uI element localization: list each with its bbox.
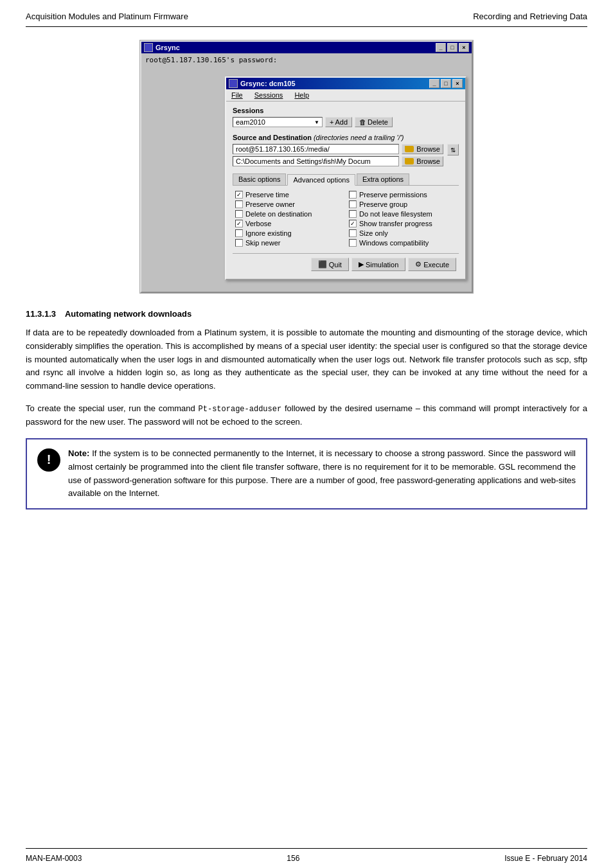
paragraph-2: To create the special user, run the comm… xyxy=(26,402,587,429)
dest-path-input[interactable]: C:\Documents and Settings\fish\My Docum xyxy=(233,156,399,166)
simulation-button[interactable]: ▶ Simulation xyxy=(351,258,405,271)
page-footer: MAN-EAM-0003 156 Issue E - February 2014 xyxy=(0,849,613,868)
path-rows-container: root@51.187.130.165:/media/ Browse C:\Do… xyxy=(233,144,459,168)
note-text-body: If the system is to be connected permane… xyxy=(68,448,576,498)
outer-title-area: Grsync xyxy=(144,43,180,52)
label-delete-destination: Delete on destination xyxy=(245,210,312,218)
checkbox-show-transfer-progress[interactable] xyxy=(349,220,357,227)
delete-label: Delete xyxy=(368,118,388,126)
note-box: ! Note: If the system is to be connected… xyxy=(26,438,587,509)
swap-button[interactable]: ⇅ xyxy=(447,144,459,155)
add-session-button[interactable]: + Add xyxy=(325,117,352,127)
outer-window-icon xyxy=(144,43,153,52)
dest-path-value: C:\Documents and Settings\fish\My Docum xyxy=(236,157,371,165)
outer-window: Grsync _ □ × root@51.187.130.165's passw… xyxy=(140,40,473,293)
inner-maximize-button[interactable]: □ xyxy=(441,79,451,88)
checkbox-verbose[interactable] xyxy=(235,220,243,227)
add-label: Add xyxy=(335,118,348,126)
sessions-label: Sessions xyxy=(233,107,459,114)
outer-maximize-button[interactable]: □ xyxy=(447,43,458,52)
footer-right: Issue E - February 2014 xyxy=(504,854,587,863)
screenshot-container: Grsync _ □ × root@51.187.130.165's passw… xyxy=(139,40,474,294)
menu-help[interactable]: Help xyxy=(292,91,312,100)
source-dest-title: Source and Destination xyxy=(233,134,312,141)
outer-bottom-padding xyxy=(141,285,472,292)
option-preserve-owner: Preserve owner xyxy=(235,200,342,208)
outer-minimize-button[interactable]: _ xyxy=(436,43,446,52)
source-dest-hint: (directories need a trailing '/') xyxy=(314,134,404,141)
execute-button[interactable]: ⚙ Execute xyxy=(408,258,456,271)
tab-extra-options[interactable]: Extra options xyxy=(357,173,409,185)
quit-label: Quit xyxy=(329,261,342,269)
options-grid: Preserve time Preserve permissions Prese… xyxy=(233,186,459,251)
dropdown-arrow-icon: ▼ xyxy=(314,120,319,125)
inner-window: Grsync: dcm105 _ □ × File Sessions Help … xyxy=(225,76,466,280)
path-inputs: root@51.187.130.165:/media/ Browse C:\Do… xyxy=(233,144,443,168)
note-icon: ! xyxy=(37,448,60,472)
source-browse-button[interactable]: Browse xyxy=(402,144,443,154)
tab-advanced-options[interactable]: Advanced options xyxy=(287,174,355,186)
label-show-transfer-progress: Show transfer progress xyxy=(359,220,432,227)
section-title: Automating network downloads xyxy=(65,309,191,319)
label-preserve-owner: Preserve owner xyxy=(245,200,295,208)
browse-label-2: Browse xyxy=(416,157,440,165)
tab-basic-options[interactable]: Basic options xyxy=(233,173,286,185)
checkbox-preserve-time[interactable] xyxy=(235,191,243,199)
session-value: eam2010 xyxy=(236,118,265,126)
option-verbose: Verbose xyxy=(235,220,342,227)
bottom-buttons: ⬛ Quit ▶ Simulation ⚙ Execute xyxy=(233,253,459,274)
label-verbose: Verbose xyxy=(245,220,271,227)
page-footer-area: MAN-EAM-0003 156 Issue E - February 2014 xyxy=(0,848,613,868)
source-path-input[interactable]: root@51.187.130.165:/media/ xyxy=(233,144,399,154)
plus-icon: + xyxy=(330,118,333,126)
command-text: Pt-storage-adduser xyxy=(199,405,282,414)
folder-icon xyxy=(405,146,414,152)
footer-center: 156 xyxy=(287,854,299,863)
outer-titlebar: Grsync _ □ × xyxy=(141,42,472,53)
note-content: Note: If the system is to be connected p… xyxy=(68,447,576,500)
label-preserve-time: Preserve time xyxy=(245,191,289,199)
execute-icon: ⚙ xyxy=(415,260,422,269)
simulation-label: Simulation xyxy=(366,261,398,269)
inner-minimize-button[interactable]: _ xyxy=(429,79,440,88)
option-no-leave-filesystem: Do not leave filesystem xyxy=(349,210,456,218)
inner-window-icon xyxy=(229,79,238,88)
inner-close-button[interactable]: × xyxy=(452,79,463,88)
label-preserve-permissions: Preserve permissions xyxy=(359,191,427,199)
label-ignore-existing: Ignore existing xyxy=(245,229,292,237)
sessions-row: eam2010 ▼ + Add 🗑 Delete xyxy=(233,117,459,127)
checkbox-preserve-owner[interactable] xyxy=(235,200,243,208)
delete-session-button[interactable]: 🗑 Delete xyxy=(355,117,393,127)
session-dropdown[interactable]: eam2010 ▼ xyxy=(233,117,323,127)
quit-icon: ⬛ xyxy=(318,260,327,269)
section-heading: 11.3.1.3 Automating network downloads xyxy=(26,309,587,319)
header-left: Acquisition Modules and Platinum Firmwar… xyxy=(26,12,188,21)
menu-sessions[interactable]: Sessions xyxy=(252,91,286,100)
checkbox-preserve-permissions[interactable] xyxy=(349,191,357,199)
password-prompt-text: root@51.187.130.165's password: xyxy=(145,56,277,64)
checkbox-skip-newer[interactable] xyxy=(235,239,243,247)
inner-titlebar: Grsync: dcm105 _ □ × xyxy=(226,78,465,89)
main-content: Grsync _ □ × root@51.187.130.165's passw… xyxy=(0,27,613,535)
checkbox-delete-destination[interactable] xyxy=(235,210,243,218)
checkbox-no-leave-filesystem[interactable] xyxy=(349,210,357,218)
option-show-transfer-progress: Show transfer progress xyxy=(349,220,456,227)
dest-browse-button[interactable]: Browse xyxy=(402,156,443,166)
paragraph-1: If data are to be repeatedly downloaded … xyxy=(26,326,587,393)
menu-file[interactable]: File xyxy=(229,91,245,100)
swap-button-container: ⇅ xyxy=(447,144,459,155)
checkbox-windows-compatibility[interactable] xyxy=(349,239,357,247)
outer-window-title: Grsync xyxy=(155,44,180,51)
label-no-leave-filesystem: Do not leave filesystem xyxy=(359,210,432,218)
inner-title-area: Grsync: dcm105 xyxy=(229,79,296,88)
label-skip-newer: Skip newer xyxy=(245,239,280,247)
source-dest-label: Source and Destination (directories need… xyxy=(233,134,459,141)
checkbox-preserve-group[interactable] xyxy=(349,200,357,208)
option-ignore-existing: Ignore existing xyxy=(235,229,342,237)
option-preserve-permissions: Preserve permissions xyxy=(349,191,456,199)
dest-path-row: C:\Documents and Settings\fish\My Docum … xyxy=(233,156,443,166)
checkbox-size-only[interactable] xyxy=(349,229,357,237)
quit-button[interactable]: ⬛ Quit xyxy=(311,258,349,271)
checkbox-ignore-existing[interactable] xyxy=(235,229,243,237)
outer-close-button[interactable]: × xyxy=(459,43,469,52)
